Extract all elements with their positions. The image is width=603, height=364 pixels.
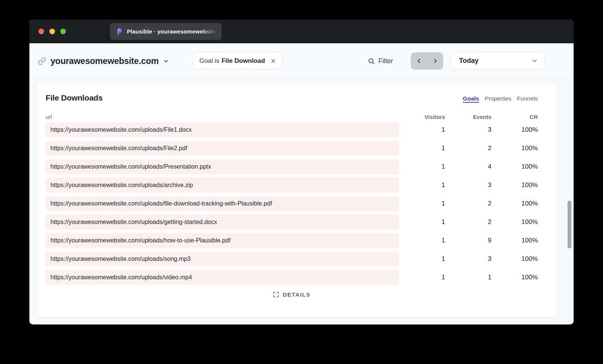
tab-properties[interactable]: Properties: [485, 95, 511, 102]
previous-period-button[interactable]: [411, 52, 427, 70]
table-row[interactable]: https://yourawesomewebsite.com/uploads/a…: [46, 178, 538, 193]
tab-goals[interactable]: Goals: [463, 95, 479, 102]
table-body: https://yourawesomewebsite.com/uploads/F…: [46, 122, 538, 285]
visitors-cell: 1: [399, 274, 445, 281]
plausible-logo-icon: [115, 27, 124, 36]
events-cell: 3: [445, 181, 491, 189]
close-window-button[interactable]: [38, 29, 44, 34]
cr-cell: 100%: [491, 126, 538, 134]
dashboard-toolbar: yourawesomewebsite.com Goal is File Down…: [29, 43, 574, 79]
date-range-label: Today: [459, 57, 479, 65]
column-header-url: url: [46, 114, 399, 120]
goal-url-bar[interactable]: https://yourawesomewebsite.com/uploads/g…: [46, 215, 399, 230]
goal-url-bar[interactable]: https://yourawesomewebsite.com/uploads/v…: [46, 270, 399, 285]
chevron-down-icon: [531, 57, 538, 64]
url-cell: https://yourawesomewebsite.com/uploads/F…: [51, 145, 187, 152]
goal-url-bar[interactable]: https://yourawesomewebsite.com/uploads/F…: [46, 141, 399, 156]
table-header: url Visitors Events CR: [46, 114, 538, 120]
site-name: yourawesomewebsite.com: [51, 56, 159, 66]
cr-cell: 100%: [491, 218, 538, 226]
visitors-cell: 1: [399, 163, 445, 171]
url-cell: https://yourawesomewebsite.com/uploads/a…: [51, 182, 193, 189]
goal-url-bar[interactable]: https://yourawesomewebsite.com/uploads/F…: [46, 122, 399, 137]
goal-url-bar[interactable]: https://yourawesomewebsite.com/uploads/f…: [46, 196, 399, 211]
filter-chip-prefix: Goal is: [199, 57, 219, 65]
events-cell: 4: [445, 163, 491, 171]
cr-cell: 100%: [491, 200, 538, 207]
table-row[interactable]: https://yourawesomewebsite.com/uploads/f…: [46, 196, 538, 211]
vertical-scrollbar[interactable]: [568, 201, 571, 248]
cr-cell: 100%: [491, 163, 538, 171]
filter-chip-value: File Download: [222, 57, 265, 65]
tab-funnels[interactable]: Funnels: [517, 95, 538, 102]
zoom-window-button[interactable]: [60, 29, 66, 34]
goal-url-bar[interactable]: https://yourawesomewebsite.com/uploads/s…: [46, 251, 399, 267]
tab-divider: [107, 23, 107, 40]
url-cell: https://yourawesomewebsite.com/uploads/g…: [51, 219, 217, 225]
table-row[interactable]: https://yourawesomewebsite.com/uploads/g…: [46, 215, 538, 230]
url-cell: https://yourawesomewebsite.com/uploads/P…: [51, 163, 211, 170]
table-row[interactable]: https://yourawesomewebsite.com/uploads/F…: [46, 141, 538, 156]
minimize-window-button[interactable]: [49, 29, 55, 34]
expand-icon: [273, 291, 279, 298]
table-row[interactable]: https://yourawesomewebsite.com/uploads/F…: [46, 122, 538, 137]
url-cell: https://yourawesomewebsite.com/uploads/v…: [51, 274, 192, 281]
panel-tabs: Goals Properties Funnels: [463, 95, 538, 102]
column-header-events: Events: [445, 114, 491, 120]
column-header-cr: CR: [491, 114, 538, 120]
events-cell: 1: [445, 274, 491, 281]
remove-filter-button[interactable]: [270, 58, 276, 64]
dashboard-main: File Downloads Goals Properties Funnels …: [29, 79, 574, 324]
url-cell: https://yourawesomewebsite.com/uploads/F…: [51, 126, 191, 133]
cr-cell: 100%: [491, 237, 538, 244]
visitors-cell: 1: [399, 237, 445, 244]
file-downloads-panel: File Downloads Goals Properties Funnels …: [37, 84, 556, 317]
events-cell: 2: [445, 218, 491, 226]
cr-cell: 100%: [491, 181, 538, 189]
events-cell: 3: [445, 255, 491, 263]
chevron-right-icon: [432, 58, 438, 64]
visitors-cell: 1: [399, 255, 445, 263]
table-row[interactable]: https://yourawesomewebsite.com/uploads/v…: [46, 270, 538, 285]
cr-cell: 100%: [491, 255, 538, 263]
window-controls: [38, 29, 66, 34]
visitors-cell: 1: [399, 145, 445, 152]
browser-tab[interactable]: Plausible · yourawesomewebsite: [110, 23, 222, 40]
url-cell: https://yourawesomewebsite.com/uploads/h…: [51, 237, 231, 244]
site-switcher[interactable]: yourawesomewebsite.com: [38, 43, 169, 79]
cr-cell: 100%: [491, 274, 538, 281]
events-cell: 9: [445, 237, 491, 244]
chevron-left-icon: [416, 58, 422, 64]
goal-url-bar[interactable]: https://yourawesomewebsite.com/uploads/h…: [46, 233, 399, 248]
date-range-selector[interactable]: Today: [450, 52, 545, 69]
visitors-cell: 1: [399, 218, 445, 226]
next-period-button[interactable]: [427, 52, 443, 70]
visitors-cell: 1: [399, 126, 445, 134]
table-row[interactable]: https://yourawesomewebsite.com/uploads/h…: [46, 233, 538, 248]
url-cell: https://yourawesomewebsite.com/uploads/f…: [51, 200, 272, 207]
filter-button[interactable]: Filter: [368, 43, 393, 79]
events-cell: 3: [445, 126, 491, 134]
events-cell: 2: [445, 200, 491, 207]
goal-url-bar[interactable]: https://yourawesomewebsite.com/uploads/P…: [46, 159, 399, 174]
visitors-cell: 1: [399, 200, 445, 207]
filter-button-label: Filter: [378, 57, 393, 65]
details-button-label: DETAILS: [283, 291, 311, 298]
link-icon: [38, 57, 46, 65]
tab-title-fade: [202, 23, 222, 40]
cr-cell: 100%: [491, 145, 538, 152]
goal-url-bar[interactable]: https://yourawesomewebsite.com/uploads/a…: [46, 178, 399, 193]
column-header-visitors: Visitors: [399, 114, 445, 120]
table-row[interactable]: https://yourawesomewebsite.com/uploads/s…: [46, 251, 538, 267]
date-nav-group: [411, 52, 443, 70]
chevron-down-icon: [163, 58, 169, 64]
visitors-cell: 1: [399, 181, 445, 189]
goal-filter-chip[interactable]: Goal is File Download: [193, 52, 283, 69]
browser-titlebar: Plausible · yourawesomewebsite: [29, 20, 574, 43]
details-button[interactable]: DETAILS: [46, 291, 538, 298]
table-row[interactable]: https://yourawesomewebsite.com/uploads/P…: [46, 159, 538, 174]
url-cell: https://yourawesomewebsite.com/uploads/s…: [51, 256, 191, 262]
search-icon: [368, 58, 375, 65]
panel-title: File Downloads: [46, 93, 103, 102]
events-cell: 2: [445, 145, 491, 152]
